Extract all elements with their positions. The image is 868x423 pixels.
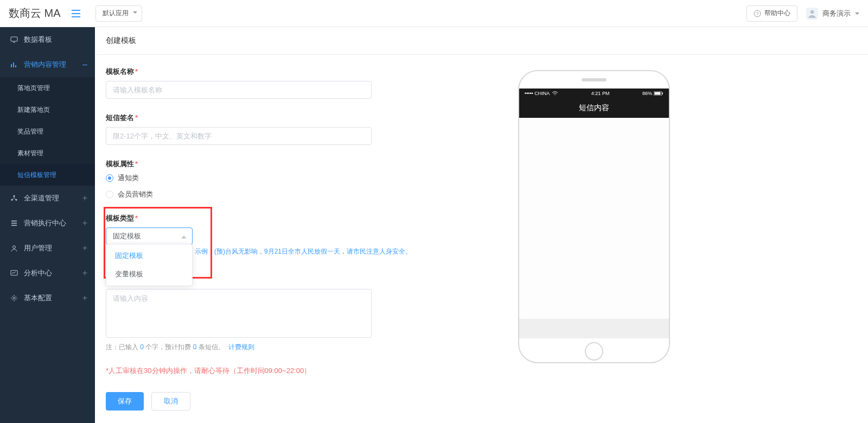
app-logo: 数商云 MA <box>9 6 61 21</box>
wifi-icon <box>552 91 558 96</box>
billing-rules-link[interactable]: 计费规则 <box>228 343 254 351</box>
sidebar-item-marketing-content[interactable]: 营销内容管理 – <box>0 52 95 77</box>
sidebar-item-settings[interactable]: 基本配置 + <box>0 286 95 311</box>
sidebar-sub-landing-manage[interactable]: 落地页管理 <box>0 77 95 99</box>
radio-member-marketing[interactable]: 会员营销类 <box>106 190 496 199</box>
template-name-input[interactable] <box>106 81 372 99</box>
expand-icon: + <box>82 219 87 228</box>
menu-toggle-icon[interactable] <box>67 5 85 22</box>
sidebar-item-analytics[interactable]: 分析中心 + <box>0 261 95 286</box>
svg-rect-12 <box>655 92 661 95</box>
user-menu[interactable]: 商务演示 <box>806 8 859 20</box>
sidebar: 数据看板 营销内容管理 – 落地页管理 新建落地页 奖品管理 素材管理 短信模板… <box>0 27 95 423</box>
expand-icon: + <box>82 244 87 252</box>
dropdown-item-fixed[interactable]: 固定模板 <box>106 247 192 265</box>
expand-icon: + <box>82 194 87 203</box>
sidebar-item-dashboard[interactable]: 数据看板 <box>0 27 95 52</box>
monitor-icon <box>10 35 18 44</box>
svg-rect-4 <box>11 37 17 41</box>
battery-icon <box>654 91 663 96</box>
gear-icon <box>10 294 18 302</box>
chevron-up-icon <box>181 233 187 238</box>
sms-content-input[interactable] <box>106 289 372 338</box>
sidebar-sub-asset-manage[interactable]: 素材管理 <box>0 142 95 164</box>
svg-rect-13 <box>662 93 663 94</box>
phone-speaker <box>582 78 607 81</box>
radio-icon <box>106 174 113 182</box>
radio-notify[interactable]: 通知类 <box>106 173 496 183</box>
radio-icon <box>106 191 113 198</box>
app-selector[interactable]: 默认应用 <box>95 5 142 22</box>
app-selector-label: 默认应用 <box>103 9 129 18</box>
dropdown-item-variable[interactable]: 变量模板 <box>106 265 192 283</box>
network-icon <box>10 194 18 203</box>
user-icon <box>10 244 18 252</box>
list-icon <box>10 219 18 228</box>
phone-preview-footer <box>519 319 669 338</box>
analytics-icon <box>10 269 18 277</box>
expand-icon: + <box>82 294 87 302</box>
page-title: 创建模板 <box>95 27 868 55</box>
phone-preview: ••••• CHINA 4:21 PM 86% 短信内容 <box>518 70 670 363</box>
caret-down-icon <box>855 12 859 17</box>
template-attr-label: 模板属性* <box>106 159 496 169</box>
sidebar-sub-prize-manage[interactable]: 奖品管理 <box>0 121 95 142</box>
sms-signature-label: 短信签名* <box>106 113 496 123</box>
user-avatar-icon <box>806 8 818 20</box>
save-button[interactable]: 保存 <box>106 392 144 411</box>
template-name-label: 模板名称* <box>106 67 496 77</box>
review-warning: *人工审核在30分钟内操作，请耐心等待（工作时间09:00~22:00） <box>106 366 496 376</box>
template-type-label: 模板类型* <box>106 213 496 223</box>
expand-icon: + <box>82 269 87 277</box>
phone-preview-body <box>519 118 669 319</box>
caret-down-icon <box>133 11 137 16</box>
sidebar-item-omnichannel[interactable]: 全渠道管理 + <box>0 186 95 211</box>
svg-point-8 <box>13 246 16 249</box>
sidebar-item-execution-center[interactable]: 营销执行中心 + <box>0 211 95 236</box>
svg-point-3 <box>810 10 814 13</box>
svg-text:?: ? <box>756 11 758 16</box>
template-type-select[interactable]: 固定模板 <box>106 228 193 245</box>
char-counter: 注：已输入 0 个字，预计扣费 0 条短信。 计费规则 <box>106 343 496 352</box>
home-button-icon <box>585 342 603 361</box>
phone-preview-title: 短信内容 <box>519 98 669 118</box>
phone-status-bar: ••••• CHINA 4:21 PM 86% <box>519 89 669 98</box>
svg-point-10 <box>13 297 15 299</box>
help-center-button[interactable]: ? 帮助中心 <box>746 5 797 22</box>
sidebar-sub-landing-new[interactable]: 新建落地页 <box>0 99 95 121</box>
collapse-icon: – <box>82 60 87 69</box>
sidebar-item-user-manage[interactable]: 用户管理 + <box>0 236 95 261</box>
help-icon: ? <box>754 10 761 17</box>
sidebar-sub-sms-template[interactable]: 短信模板管理 <box>0 164 95 186</box>
template-type-dropdown: 固定模板 变量模板 <box>106 244 193 286</box>
cancel-button[interactable]: 取消 <box>151 392 190 411</box>
chart-icon <box>10 60 18 69</box>
sms-signature-input[interactable] <box>106 127 372 145</box>
